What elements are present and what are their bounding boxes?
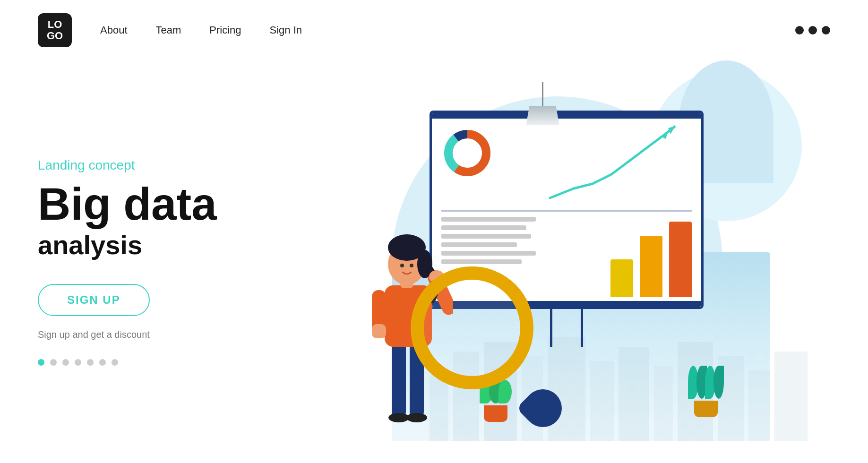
lamp-shade xyxy=(526,106,559,125)
text-line-1 xyxy=(441,217,536,222)
dot-5[interactable] xyxy=(87,359,94,366)
header-menu-dots[interactable] xyxy=(795,26,830,34)
dot-1[interactable] xyxy=(38,359,44,366)
svg-rect-7 xyxy=(654,366,673,441)
dot-7[interactable] xyxy=(112,359,118,366)
nav-about[interactable]: About xyxy=(100,24,128,36)
hero-illustration xyxy=(284,60,830,463)
svg-point-30 xyxy=(400,264,404,267)
plant-right xyxy=(680,366,732,437)
hero-subtitle: Landing concept xyxy=(38,158,265,173)
menu-dot-3 xyxy=(822,26,830,34)
svg-rect-5 xyxy=(590,361,614,441)
dot-4[interactable] xyxy=(75,359,81,366)
plant-right-pot xyxy=(694,401,718,417)
bar-yellow xyxy=(610,259,633,297)
plant-right-leaves xyxy=(680,366,732,399)
logo[interactable]: LO GO xyxy=(38,13,72,47)
svg-rect-10 xyxy=(748,370,770,441)
nav-pricing[interactable]: Pricing xyxy=(209,24,241,36)
svg-rect-32 xyxy=(372,324,386,338)
header: LO GO About Team Pricing Sign In xyxy=(0,0,868,60)
board-top-bar xyxy=(432,113,701,119)
signup-button[interactable]: SIGN UP xyxy=(38,284,150,316)
svg-point-21 xyxy=(388,413,409,422)
magnifier-handle xyxy=(516,381,569,435)
lamp-cord xyxy=(542,82,543,106)
lamp xyxy=(526,82,559,125)
discount-text: Sign up and get a discount xyxy=(38,329,265,340)
nav-signin[interactable]: Sign In xyxy=(270,24,302,36)
text-lines xyxy=(441,217,536,264)
menu-dot-1 xyxy=(795,26,804,34)
nav-team[interactable]: Team xyxy=(156,24,181,36)
board-divider xyxy=(441,210,692,212)
hero-title-line1: Big data xyxy=(38,181,265,227)
bar-orange xyxy=(640,236,662,297)
bar-red xyxy=(669,222,692,297)
illustration-container xyxy=(344,82,770,441)
svg-rect-6 xyxy=(619,347,649,441)
text-line-2 xyxy=(441,225,526,230)
trend-chart xyxy=(545,122,687,207)
text-line-3 xyxy=(441,234,531,239)
svg-rect-19 xyxy=(392,342,406,418)
bar-chart xyxy=(610,212,692,297)
leaf-tall-4 xyxy=(713,366,724,399)
hero-left: Landing concept Big data analysis SIGN U… xyxy=(38,158,284,366)
navigation: About Team Pricing Sign In xyxy=(100,24,302,36)
main-content: Landing concept Big data analysis SIGN U… xyxy=(0,60,868,463)
text-line-6 xyxy=(441,259,522,264)
svg-rect-11 xyxy=(774,352,808,441)
donut-chart xyxy=(441,127,493,181)
hero-title-line2: analysis xyxy=(38,230,265,260)
text-line-5 xyxy=(441,251,536,256)
magnifier-ring xyxy=(411,266,533,389)
board-leg-right xyxy=(581,309,583,347)
dot-2[interactable] xyxy=(50,359,57,366)
dot-6[interactable] xyxy=(99,359,106,366)
svg-marker-18 xyxy=(668,126,675,134)
dot-3[interactable] xyxy=(62,359,69,366)
magnifying-glass xyxy=(411,266,571,427)
pagination-dots xyxy=(38,359,265,366)
menu-dot-2 xyxy=(808,26,817,34)
